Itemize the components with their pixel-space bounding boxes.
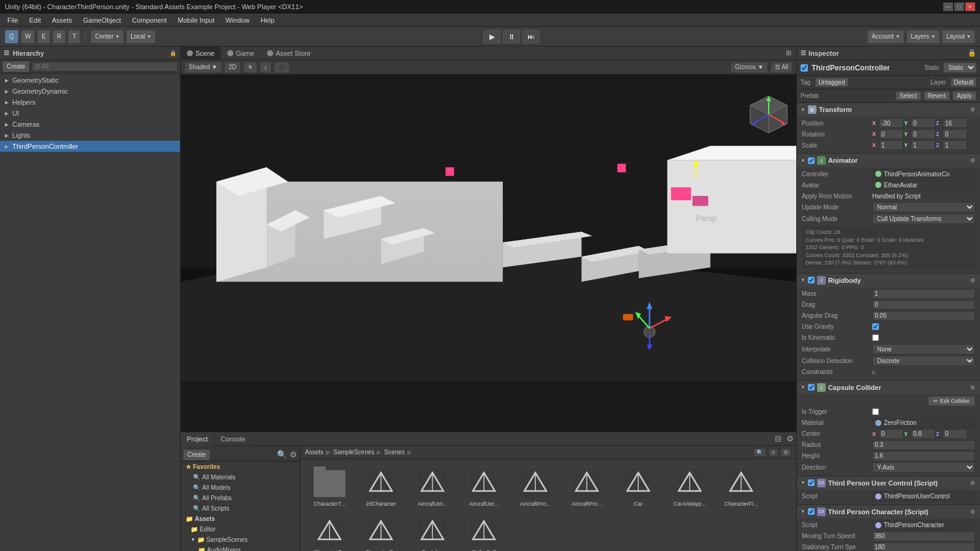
settings-icon[interactable]: ⚙: [784, 434, 796, 443]
asset-item[interactable]: CharacterT...: [305, 512, 354, 551]
console-tab[interactable]: Console: [214, 432, 252, 446]
edit-collider-button[interactable]: ✏ Edit Collider: [928, 396, 975, 406]
position-x-input[interactable]: [879, 118, 903, 128]
layout-dropdown[interactable]: Layout: [942, 30, 975, 43]
window-controls[interactable]: — □ ✕: [943, 2, 975, 11]
angular-drag-input[interactable]: [872, 311, 975, 321]
menu-mobile-input[interactable]: Mobile Input: [173, 15, 219, 25]
use-gravity-checkbox[interactable]: [872, 323, 879, 330]
tool-move[interactable]: W: [21, 30, 35, 43]
gizmos-button[interactable]: Gizmos ▼: [731, 62, 768, 73]
asset-item[interactable]: 2dCharacter: [356, 464, 405, 510]
assets-settings-btn[interactable]: ⚙: [780, 448, 791, 457]
rigidbody-settings-btn[interactable]: ⚙: [969, 277, 976, 283]
hierarchy-create-button[interactable]: Create: [2, 61, 29, 72]
scene-tab-assetstore[interactable]: Asset Store: [261, 47, 317, 60]
tpuc-settings-btn[interactable]: ⚙: [969, 480, 976, 486]
menu-file[interactable]: File: [2, 15, 23, 25]
pause-button[interactable]: ⏸: [503, 30, 520, 43]
audiomixers-folder[interactable]: 📁 AudioMixers: [181, 545, 300, 551]
project-tab[interactable]: Project: [181, 432, 214, 446]
hierarchy-item-selected[interactable]: ▶ ThirdPersonController: [0, 141, 180, 152]
layer-dropdown[interactable]: Default: [951, 78, 976, 87]
tpuc-header[interactable]: ▼ C# Third Person User Control (Script) …: [797, 476, 980, 490]
collision-detection-dropdown[interactable]: Discrete: [872, 356, 975, 366]
rotation-z-input[interactable]: [943, 129, 967, 139]
favorites-header[interactable]: ★ Favorites: [181, 462, 300, 472]
shading-dropdown[interactable]: Shaded ▼: [184, 62, 222, 73]
pivot-dropdown[interactable]: Center: [91, 30, 124, 43]
transform-header[interactable]: ▼ ⊞ Transform ⚙: [797, 103, 980, 116]
inspector-lock-icon[interactable]: 🔒: [968, 49, 976, 57]
menu-assets[interactable]: Assets: [47, 15, 77, 25]
moving-turn-speed-input[interactable]: [872, 531, 975, 541]
assets-list-toggle[interactable]: ≡: [769, 448, 778, 457]
object-active-checkbox[interactable]: [801, 64, 808, 72]
hierarchy-item[interactable]: ▶ UI: [0, 108, 180, 119]
capsule-settings-btn[interactable]: ⚙: [969, 384, 976, 391]
assets-header[interactable]: 📁 Assets: [181, 514, 300, 524]
assets-search-btn[interactable]: 🔍: [753, 448, 766, 457]
account-dropdown[interactable]: Account: [867, 30, 904, 43]
tpuc-active-checkbox[interactable]: [808, 479, 815, 486]
step-button[interactable]: ⏭: [522, 30, 540, 43]
dimension-toggle[interactable]: 2D: [224, 62, 241, 73]
tpc-settings-btn[interactable]: ⚙: [969, 509, 976, 515]
tool-scale[interactable]: R: [53, 30, 66, 43]
radius-input[interactable]: [872, 440, 975, 450]
mass-input[interactable]: [872, 289, 975, 299]
center-z-input[interactable]: [943, 429, 967, 439]
animator-settings-btn[interactable]: ⚙: [969, 157, 976, 163]
lighting-toggle[interactable]: ☀: [243, 62, 257, 73]
asset-item[interactable]: AircraftJet...: [459, 464, 508, 510]
hierarchy-item[interactable]: ▶ Helpers: [0, 97, 180, 108]
is-trigger-checkbox[interactable]: [872, 408, 879, 415]
scale-x-input[interactable]: [879, 140, 903, 150]
prefab-select-button[interactable]: Select: [895, 91, 921, 100]
search-filter[interactable]: ☰ All: [771, 62, 793, 73]
tool-rect[interactable]: T: [68, 30, 80, 43]
menu-help[interactable]: Help: [255, 15, 279, 25]
scene-tab-scene[interactable]: Scene: [181, 47, 221, 60]
all-scripts-item[interactable]: 🔍 All Scripts: [181, 503, 300, 514]
menu-window[interactable]: Window: [221, 15, 254, 25]
layers-dropdown[interactable]: Layers: [907, 30, 940, 43]
hierarchy-search-input[interactable]: [32, 62, 178, 72]
space-dropdown[interactable]: Local: [126, 30, 156, 43]
capsule-active-checkbox[interactable]: [808, 384, 815, 391]
asset-item[interactable]: Car: [614, 464, 663, 510]
gizmo-cube[interactable]: [747, 93, 790, 136]
asset-item[interactable]: AircraftJet...: [408, 464, 457, 510]
hierarchy-item[interactable]: ▶ GeometryDynamic: [0, 86, 180, 97]
menu-component[interactable]: Component: [127, 15, 172, 25]
position-y-input[interactable]: [911, 118, 935, 128]
effects-toggle[interactable]: ⬛: [274, 62, 290, 73]
audio-toggle[interactable]: ♪: [260, 62, 271, 73]
scene-tab-game[interactable]: Game: [221, 47, 261, 60]
center-y-input[interactable]: [911, 429, 935, 439]
culling-mode-dropdown[interactable]: Cull Update Transforms: [872, 214, 975, 224]
project-create-button[interactable]: Create: [183, 449, 210, 460]
asset-item[interactable]: RollerBall: [459, 512, 508, 551]
all-models-item[interactable]: 🔍 All Models: [181, 482, 300, 493]
hierarchy-item[interactable]: ▶ Lights: [0, 130, 180, 141]
hierarchy-item[interactable]: ▶ Cameras: [0, 119, 180, 130]
path-samplescenes[interactable]: SampleScenes: [333, 449, 374, 455]
is-kinematic-checkbox[interactable]: [872, 334, 879, 341]
tool-rotate[interactable]: E: [37, 30, 50, 43]
position-z-input[interactable]: [943, 118, 967, 128]
tag-dropdown[interactable]: Untagged: [815, 78, 848, 87]
minimize-button[interactable]: —: [943, 2, 953, 11]
tpc-active-checkbox[interactable]: [808, 508, 815, 515]
asset-item[interactable]: Particles: [408, 512, 457, 551]
animator-active-checkbox[interactable]: [808, 157, 815, 164]
rotation-y-input[interactable]: [911, 129, 935, 139]
asset-item[interactable]: CharacterFi...: [717, 464, 766, 510]
tool-hand[interactable]: Q: [5, 30, 18, 43]
prefab-apply-button[interactable]: Apply: [952, 91, 976, 100]
capsule-collider-header[interactable]: ▼ J Capsule Collider ⚙: [797, 381, 980, 394]
stationary-turn-speed-input[interactable]: [872, 542, 975, 551]
scene-view[interactable]: Persp: [181, 75, 796, 432]
editor-folder[interactable]: 📁 Editor: [181, 524, 300, 534]
static-dropdown[interactable]: Static: [943, 62, 976, 73]
